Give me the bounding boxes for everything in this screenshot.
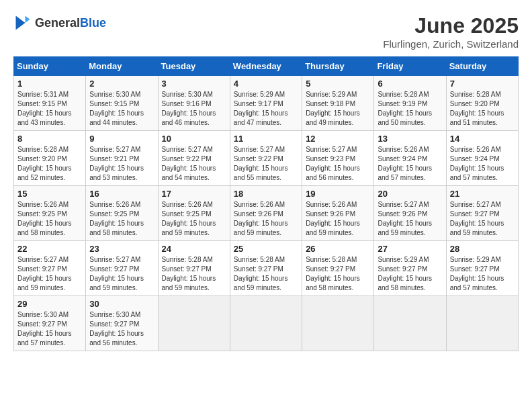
day-number: 7 [450, 79, 515, 89]
weekday-header-sunday: Sunday [14, 57, 86, 76]
day-cell: 6 Sunrise: 5:28 AM Sunset: 9:19 PM Dayli… [374, 76, 446, 131]
day-number: 22 [17, 244, 82, 254]
day-cell: 9 Sunrise: 5:27 AM Sunset: 9:21 PM Dayli… [86, 131, 158, 186]
day-number: 27 [378, 244, 442, 254]
day-number: 30 [89, 299, 154, 309]
logo-icon [13, 13, 32, 32]
day-cell: 26 Sunrise: 5:28 AM Sunset: 9:27 PM Dayl… [302, 241, 374, 296]
day-cell: 27 Sunrise: 5:29 AM Sunset: 9:27 PM Dayl… [374, 241, 446, 296]
weekday-header-wednesday: Wednesday [230, 57, 302, 76]
day-cell: 24 Sunrise: 5:28 AM Sunset: 9:27 PM Dayl… [158, 241, 230, 296]
day-cell [374, 296, 446, 351]
day-info: Sunrise: 5:28 AM Sunset: 9:20 PM Dayligh… [450, 90, 515, 128]
day-cell: 15 Sunrise: 5:26 AM Sunset: 9:25 PM Dayl… [14, 186, 86, 241]
header: GeneralBlue June 2025 Flurlingen, Zurich… [13, 13, 519, 50]
day-number: 14 [450, 134, 515, 144]
day-cell: 4 Sunrise: 5:29 AM Sunset: 9:17 PM Dayli… [230, 76, 302, 131]
day-info: Sunrise: 5:27 AM Sunset: 9:27 PM Dayligh… [450, 200, 515, 238]
day-cell: 12 Sunrise: 5:27 AM Sunset: 9:23 PM Dayl… [302, 131, 374, 186]
day-info: Sunrise: 5:28 AM Sunset: 9:19 PM Dayligh… [378, 90, 442, 128]
calendar-subtitle: Flurlingen, Zurich, Switzerland [383, 38, 519, 50]
day-info: Sunrise: 5:29 AM Sunset: 9:18 PM Dayligh… [306, 90, 370, 128]
day-number: 15 [17, 189, 82, 199]
day-cell: 13 Sunrise: 5:26 AM Sunset: 9:24 PM Dayl… [374, 131, 446, 186]
calendar-table: SundayMondayTuesdayWednesdayThursdayFrid… [13, 56, 519, 351]
day-cell [158, 296, 230, 351]
week-row-4: 22 Sunrise: 5:27 AM Sunset: 9:27 PM Dayl… [14, 241, 519, 296]
day-cell: 5 Sunrise: 5:29 AM Sunset: 9:18 PM Dayli… [302, 76, 374, 131]
day-cell: 2 Sunrise: 5:30 AM Sunset: 9:15 PM Dayli… [86, 76, 158, 131]
day-cell: 7 Sunrise: 5:28 AM Sunset: 9:20 PM Dayli… [446, 76, 518, 131]
day-info: Sunrise: 5:27 AM Sunset: 9:21 PM Dayligh… [89, 145, 154, 183]
day-cell: 23 Sunrise: 5:27 AM Sunset: 9:27 PM Dayl… [86, 241, 158, 296]
day-info: Sunrise: 5:29 AM Sunset: 9:17 PM Dayligh… [234, 90, 298, 128]
day-cell [446, 296, 518, 351]
day-number: 19 [306, 189, 370, 199]
day-number: 5 [306, 79, 370, 89]
day-number: 2 [89, 79, 154, 89]
day-number: 13 [378, 134, 442, 144]
day-cell: 16 Sunrise: 5:26 AM Sunset: 9:25 PM Dayl… [86, 186, 158, 241]
day-cell: 19 Sunrise: 5:26 AM Sunset: 9:26 PM Dayl… [302, 186, 374, 241]
day-number: 16 [89, 189, 154, 199]
day-number: 3 [162, 79, 226, 89]
weekday-header-friday: Friday [374, 57, 446, 76]
day-number: 6 [378, 79, 442, 89]
day-info: Sunrise: 5:27 AM Sunset: 9:22 PM Dayligh… [234, 145, 298, 183]
day-info: Sunrise: 5:27 AM Sunset: 9:27 PM Dayligh… [17, 255, 82, 293]
title-area: June 2025 Flurlingen, Zurich, Switzerlan… [383, 13, 519, 50]
day-cell [302, 296, 374, 351]
day-number: 1 [17, 79, 82, 89]
day-info: Sunrise: 5:30 AM Sunset: 9:27 PM Dayligh… [89, 310, 154, 348]
day-cell [230, 296, 302, 351]
day-info: Sunrise: 5:26 AM Sunset: 9:24 PM Dayligh… [450, 145, 515, 183]
day-info: Sunrise: 5:30 AM Sunset: 9:15 PM Dayligh… [89, 90, 154, 128]
day-info: Sunrise: 5:30 AM Sunset: 9:16 PM Dayligh… [162, 90, 226, 128]
weekday-header-row: SundayMondayTuesdayWednesdayThursdayFrid… [14, 57, 519, 76]
day-cell: 10 Sunrise: 5:27 AM Sunset: 9:22 PM Dayl… [158, 131, 230, 186]
weekday-header-saturday: Saturday [446, 57, 518, 76]
day-number: 21 [450, 189, 515, 199]
day-number: 23 [89, 244, 154, 254]
day-info: Sunrise: 5:29 AM Sunset: 9:27 PM Dayligh… [450, 255, 515, 293]
day-cell: 28 Sunrise: 5:29 AM Sunset: 9:27 PM Dayl… [446, 241, 518, 296]
day-info: Sunrise: 5:27 AM Sunset: 9:27 PM Dayligh… [89, 255, 154, 293]
day-cell: 21 Sunrise: 5:27 AM Sunset: 9:27 PM Dayl… [446, 186, 518, 241]
day-cell: 25 Sunrise: 5:28 AM Sunset: 9:27 PM Dayl… [230, 241, 302, 296]
logo-text-blue: Blue [80, 16, 106, 30]
day-number: 24 [162, 244, 226, 254]
day-number: 9 [89, 134, 154, 144]
day-info: Sunrise: 5:28 AM Sunset: 9:27 PM Dayligh… [234, 255, 298, 293]
logo: GeneralBlue [13, 13, 106, 32]
day-number: 26 [306, 244, 370, 254]
day-info: Sunrise: 5:30 AM Sunset: 9:27 PM Dayligh… [17, 310, 82, 348]
day-info: Sunrise: 5:26 AM Sunset: 9:26 PM Dayligh… [234, 200, 298, 238]
day-cell: 14 Sunrise: 5:26 AM Sunset: 9:24 PM Dayl… [446, 131, 518, 186]
day-info: Sunrise: 5:29 AM Sunset: 9:27 PM Dayligh… [378, 255, 442, 293]
day-number: 25 [234, 244, 298, 254]
week-row-3: 15 Sunrise: 5:26 AM Sunset: 9:25 PM Dayl… [14, 186, 519, 241]
day-info: Sunrise: 5:27 AM Sunset: 9:22 PM Dayligh… [162, 145, 226, 183]
day-cell: 17 Sunrise: 5:26 AM Sunset: 9:25 PM Dayl… [158, 186, 230, 241]
day-cell: 3 Sunrise: 5:30 AM Sunset: 9:16 PM Dayli… [158, 76, 230, 131]
day-cell: 18 Sunrise: 5:26 AM Sunset: 9:26 PM Dayl… [230, 186, 302, 241]
day-cell: 8 Sunrise: 5:28 AM Sunset: 9:20 PM Dayli… [14, 131, 86, 186]
week-row-1: 1 Sunrise: 5:31 AM Sunset: 9:15 PM Dayli… [14, 76, 519, 131]
day-number: 8 [17, 134, 82, 144]
day-info: Sunrise: 5:28 AM Sunset: 9:27 PM Dayligh… [162, 255, 226, 293]
day-cell: 30 Sunrise: 5:30 AM Sunset: 9:27 PM Dayl… [86, 296, 158, 351]
day-number: 4 [234, 79, 298, 89]
calendar-title: June 2025 [383, 13, 519, 38]
day-number: 11 [234, 134, 298, 144]
week-row-5: 29 Sunrise: 5:30 AM Sunset: 9:27 PM Dayl… [14, 296, 519, 351]
weekday-header-thursday: Thursday [302, 57, 374, 76]
weekday-header-tuesday: Tuesday [158, 57, 230, 76]
day-number: 20 [378, 189, 442, 199]
day-number: 12 [306, 134, 370, 144]
day-cell: 29 Sunrise: 5:30 AM Sunset: 9:27 PM Dayl… [14, 296, 86, 351]
day-info: Sunrise: 5:26 AM Sunset: 9:25 PM Dayligh… [17, 200, 82, 238]
day-info: Sunrise: 5:26 AM Sunset: 9:24 PM Dayligh… [378, 145, 442, 183]
day-number: 17 [162, 189, 226, 199]
day-cell: 20 Sunrise: 5:27 AM Sunset: 9:26 PM Dayl… [374, 186, 446, 241]
day-cell: 22 Sunrise: 5:27 AM Sunset: 9:27 PM Dayl… [14, 241, 86, 296]
